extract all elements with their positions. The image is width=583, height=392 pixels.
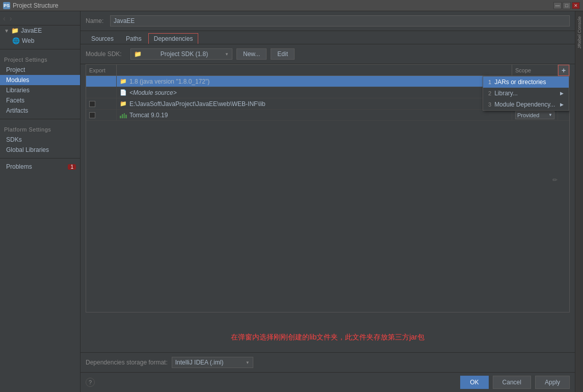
jrebel-console-tab[interactable]: JRebel Console [576, 13, 583, 52]
title-bar-controls: — □ ✕ [553, 2, 580, 9]
name-input[interactable] [110, 15, 570, 27]
sdk-row: Module SDK: 📁 Project SDK (1.8) ▼ New...… [81, 44, 575, 64]
problems-label: Problems [6, 163, 32, 170]
storage-arrow: ▼ [246, 360, 250, 365]
check-cell-2 [86, 87, 117, 98]
sidebar-item-problems[interactable]: Problems 1 [0, 162, 80, 172]
tabs-row: Sources Paths Dependencies [81, 31, 575, 44]
divider-2 [0, 119, 80, 119]
sdk-dropdown-arrow: ▼ [225, 52, 229, 57]
tree-root-item[interactable]: ▼ 📁 JavaEE [0, 25, 80, 36]
sidebar: ‹ › ▼ 📁 JavaEE 🌐 Web Project Settings Pr… [0, 11, 81, 392]
sidebar-item-project[interactable]: Project [0, 65, 80, 75]
ok-button[interactable]: OK [460, 376, 488, 389]
item-num-3: 3 [488, 101, 491, 108]
sidebar-item-label: Modules [6, 76, 29, 84]
dep-table-container: Export Scope + 1 JARs or directories 2 L… [86, 64, 570, 352]
name-cell-4: Tomcat 9.0.19 [117, 110, 512, 120]
storage-select[interactable]: IntelliJ IDEA (.iml) ▼ [172, 357, 253, 368]
title-bar-icon: PS [3, 2, 10, 9]
right-panel: Name: Sources Paths Dependencies Module … [81, 11, 575, 392]
nav-forward-button[interactable]: › [10, 14, 12, 22]
dep-name-2: <Module source> [129, 89, 177, 96]
scope-dropdown-4[interactable]: Provided ▼ [515, 111, 554, 119]
name-cell-1: 📁 1.8 (java version "1.8.0_172") [117, 76, 512, 87]
name-cell-2: 📄 <Module source> [117, 87, 512, 98]
dep-table-header: Export Scope + 1 JARs or directories 2 L… [86, 64, 570, 75]
title-bar-title: Project Structure [13, 2, 553, 9]
scope-cell-4[interactable]: Provided ▼ [512, 110, 558, 120]
sdk-edit-button[interactable]: Edit [271, 48, 295, 60]
item-num-1: 1 [488, 79, 491, 85]
close-button[interactable]: ✕ [572, 2, 580, 9]
title-bar: PS Project Structure — □ ✕ [0, 0, 583, 11]
name-row: Name: [81, 11, 575, 31]
sidebar-item-label: Global Libraries [6, 146, 49, 153]
folder-icon: 📁 [11, 27, 19, 34]
dropdown-arrow-2: ▶ [560, 91, 564, 96]
problems-count: 1 [68, 164, 76, 170]
folder-icon-row1: 📁 [120, 78, 127, 85]
web-icon: 🌐 [12, 37, 20, 44]
item-label-1: JARs or directories [494, 79, 546, 86]
edit-panel: ✏ [552, 176, 558, 184]
name-cell-3: 📁 E:\JavaSoft\JavaProject\JavaEE\web\WEB… [117, 98, 512, 109]
cancel-button[interactable]: Cancel [493, 376, 531, 389]
dep-name-3: E:\JavaSoft\JavaProject\JavaEE\web\WEB-I… [129, 100, 266, 108]
dropdown-item-module-dep[interactable]: 3 Module Dependency... ▶ [483, 99, 569, 110]
dep-name-1: 1.8 (java version "1.8.0_172") [129, 78, 209, 85]
tree-web-item[interactable]: 🌐 Web [0, 36, 80, 46]
sidebar-item-label: Libraries [6, 87, 30, 94]
main-container: ‹ › ▼ 📁 JavaEE 🌐 Web Project Settings Pr… [0, 11, 583, 392]
add-dep-button[interactable]: + [558, 65, 569, 76]
dep-row-4[interactable]: Tomcat 9.0.19 Provided ▼ [86, 110, 569, 121]
footer-row: ? OK Cancel Apply [81, 372, 575, 392]
storage-value: IntelliJ IDEA (.iml) [175, 359, 224, 366]
export-checkbox-3[interactable] [89, 101, 95, 107]
add-dep-dropdown: 1 JARs or directories 2 Library... ▶ 3 M… [483, 76, 569, 111]
sidebar-item-modules[interactable]: Modules [0, 75, 80, 85]
sdk-select[interactable]: 📁 Project SDK (1.8) ▼ [130, 48, 232, 60]
nav-back-button[interactable]: ‹ [3, 14, 6, 22]
sidebar-item-facets[interactable]: Facets [0, 95, 80, 106]
tree-web-label: Web [22, 37, 34, 44]
dropdown-item-library[interactable]: 2 Library... ▶ [483, 88, 569, 99]
name-label: Name: [86, 17, 106, 24]
sidebar-item-artifacts[interactable]: Artifacts [0, 106, 80, 116]
action-cell-4 [558, 110, 569, 120]
apply-button[interactable]: Apply [535, 376, 570, 389]
tab-dependencies[interactable]: Dependencies [148, 33, 199, 44]
check-cell-4[interactable] [86, 110, 117, 120]
sidebar-item-sdks[interactable]: SDKs [0, 135, 80, 145]
sidebar-item-libraries[interactable]: Libraries [0, 85, 80, 95]
bars-icon-row4 [120, 112, 127, 118]
sdk-select-icon: 📁 [134, 50, 142, 58]
divider-1 [0, 49, 80, 49]
sdk-select-value: Project SDK (1.8) [161, 50, 208, 58]
dep-name-4: Tomcat 9.0.19 [129, 112, 168, 119]
right-edge: JRebel Console [575, 11, 583, 392]
scope-header: Scope [512, 65, 558, 75]
tab-paths[interactable]: Paths [120, 33, 147, 44]
edit-icon[interactable]: ✏ [552, 176, 558, 184]
annotation-text: 在弹窗内选择刚刚创建的lib文件夹，此文件夹存放第三方jar包 [86, 323, 570, 352]
check-cell-3[interactable] [86, 98, 117, 109]
tree-toggle-icon: ▼ [4, 28, 9, 34]
check-cell-1 [86, 76, 117, 87]
minimize-button[interactable]: — [553, 2, 562, 9]
item-label-3: Module Dependency... [494, 101, 555, 108]
scope-arrow-4: ▼ [548, 113, 552, 117]
sidebar-item-global-libraries[interactable]: Global Libraries [0, 145, 80, 155]
sidebar-item-label: Project [6, 66, 25, 73]
item-num-2: 2 [488, 90, 491, 96]
restore-button[interactable]: □ [563, 2, 571, 9]
export-checkbox-4[interactable] [89, 112, 95, 118]
sidebar-nav-bar: ‹ › [0, 11, 80, 25]
dropdown-item-jars[interactable]: 1 JARs or directories [483, 76, 569, 88]
tab-sources[interactable]: Sources [86, 33, 119, 44]
help-button[interactable]: ? [86, 378, 95, 387]
tree-root-label: JavaEE [21, 27, 42, 34]
storage-row: Dependencies storage format: IntelliJ ID… [81, 352, 575, 372]
sidebar-item-label: Facets [6, 97, 24, 104]
sdk-new-button[interactable]: New... [236, 48, 267, 60]
